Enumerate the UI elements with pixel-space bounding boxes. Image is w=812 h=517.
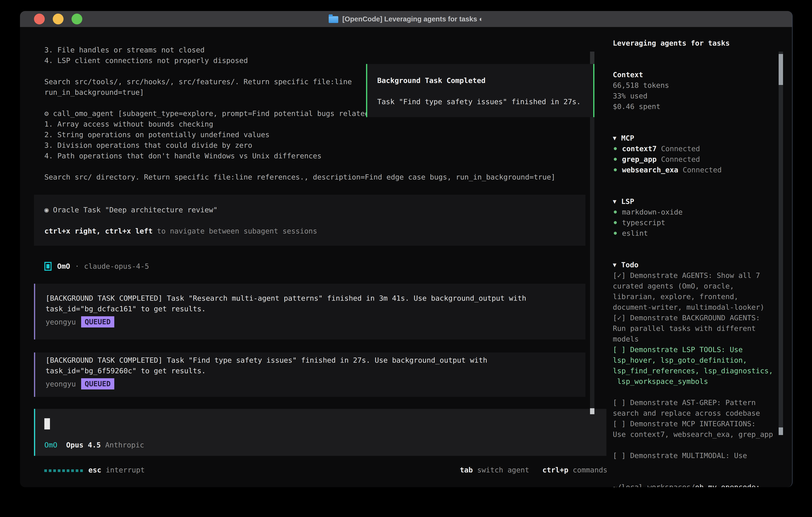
context-spent: $0.46 spent — [613, 101, 792, 112]
toast-notification: Background Task Completed Task "Find typ… — [366, 64, 594, 117]
lsp-header-label: LSP — [621, 196, 634, 207]
todo-line: lsp_workspace_symbols — [613, 376, 792, 387]
lsp-item: eslint — [613, 228, 792, 239]
todo-scrollbar-thumb[interactable] — [779, 428, 783, 435]
workspace-path-prefix: ~/local-workspaces/ — [613, 482, 695, 487]
agent-header: OmO · claude-opus-4-5 — [34, 261, 607, 272]
background-task-message: [BACKGROUND TASK COMPLETED] Task "Find t… — [34, 352, 585, 397]
context-header: Context — [613, 70, 792, 80]
todo-line: [ ] Demonstrate MULTIMODAL: Use — [613, 450, 792, 461]
esc-action-label: interrupt — [106, 466, 145, 474]
task-message-line: [BACKGROUND TASK COMPLETED] Task "Find t… — [35, 355, 585, 365]
workspace-path: ~/local-workspaces/oh-my-opencode: — [613, 482, 792, 487]
mcp-status: Connected — [661, 154, 700, 165]
mcp-status: Connected — [683, 165, 722, 175]
task-user: yeongyu — [46, 380, 76, 388]
gear-icon: ⚙ — [45, 109, 49, 117]
task-user: yeongyu — [46, 318, 76, 326]
mcp-item: grep_appConnected — [613, 154, 792, 165]
task-message-line: task_id="bg_6f59260c" to get results. — [35, 365, 585, 376]
todo-line: Run parallel tasks with different — [613, 323, 792, 334]
task-message-line: task_id="bg_dcfac161" to get results. — [35, 303, 585, 314]
minimize-button[interactable] — [53, 13, 63, 24]
agent-name: OmO — [57, 262, 70, 270]
oracle-hint-text: to navigate between subagent sessions — [153, 227, 317, 235]
todo-line: Use context7, websearch_exa, grep_app — [613, 429, 792, 440]
status-dot-icon — [614, 147, 617, 150]
input-agent-name: OmO — [45, 441, 57, 449]
ctrlp-action-label: commands — [573, 466, 607, 474]
todo-line: models — [613, 334, 792, 344]
status-dot-icon — [614, 168, 617, 171]
sidebar-scrollbar-track[interactable] — [779, 52, 783, 435]
todo-line: lsp_find_references, lsp_diagnostics, — [613, 365, 792, 376]
status-dot-icon — [614, 232, 617, 235]
toast-title: Background Task Completed — [377, 75, 593, 86]
lsp-name: typescript — [622, 217, 665, 228]
lsp-section-header[interactable]: ▼LSP — [613, 196, 792, 207]
lsp-item: typescript — [613, 217, 792, 228]
agent-model: claude-opus-4-5 — [84, 262, 149, 270]
task-meta-row: yeongyu QUEUED — [35, 316, 585, 328]
status-badge: QUEUED — [81, 378, 114, 389]
lsp-name: markdown-oxide — [622, 207, 683, 217]
task-meta-row: yeongyu QUEUED — [35, 378, 585, 390]
tool-call-item: 1. Array access without bounds checking — [34, 119, 607, 129]
agent-separator: · — [75, 262, 79, 270]
status-dot-icon — [614, 211, 617, 214]
todo-line: [✓] Demonstrate AGENTS: Show all 7 — [613, 270, 792, 281]
window-title: [OpenCode] Leveraging agents for tasks ◐ — [342, 15, 483, 23]
context-used: 33% used — [613, 90, 792, 101]
title-bar: [OpenCode] Leveraging agents for tasks ◐ — [20, 11, 792, 27]
todo-line: curated agents (OmO, oracle, — [613, 281, 792, 291]
status-dot-icon — [614, 158, 617, 161]
ctrlp-key-hint: ctrl+p — [543, 466, 569, 474]
tool-call-item: 4. Path operations that don't handle Win… — [34, 151, 607, 161]
main-scrollbar-thumb[interactable] — [590, 408, 594, 414]
tab-key-hint: tab — [460, 466, 473, 474]
session-sidebar: Leveraging agents for tasks Context 66,5… — [607, 27, 792, 487]
history-line: 3. File handles or streams not closed — [34, 45, 607, 55]
folder-icon — [329, 16, 338, 23]
todo-line: document-writer, multimodal-looker) — [613, 302, 792, 312]
sidebar-scrollbar-thumb[interactable] — [779, 54, 783, 85]
window-body: 3. File handles or streams not closed 4.… — [20, 27, 792, 487]
background-task-message: [BACKGROUND TASK COMPLETED] Task "Resear… — [34, 284, 585, 339]
prompt-input[interactable]: OmO Opus 4.5 Anthropic — [34, 409, 606, 456]
esc-key-hint: esc — [88, 466, 101, 474]
input-model-name: Opus 4.5 — [66, 441, 101, 449]
task-message-line: [BACKGROUND TASK COMPLETED] Task "Resear… — [35, 293, 585, 303]
todo-line: [✓] Demonstrate BACKGROUND AGENTS: — [613, 312, 792, 323]
mcp-header-label: MCP — [621, 133, 634, 143]
oracle-hint-keys: ctrl+x right, ctrl+x left — [45, 227, 153, 235]
oracle-task-panel: ◉ Oracle Task "Deep architecture review"… — [34, 195, 585, 246]
close-button[interactable] — [34, 13, 45, 24]
oracle-title-line: ◉ Oracle Task "Deep architecture review" — [34, 205, 585, 215]
window-title-group: [OpenCode] Leveraging agents for tasks ◐ — [329, 15, 483, 23]
todo-line: lsp_hover, lsp_goto_definition, — [613, 355, 792, 365]
oracle-hint-line: ctrl+x right, ctrl+x left to navigate be… — [34, 226, 585, 236]
todo-header-label: Todo — [621, 260, 639, 270]
status-dot-icon — [614, 221, 617, 224]
mcp-item: websearch_exaConnected — [613, 165, 792, 175]
context-tokens: 66,518 tokens — [613, 80, 792, 90]
spinner-dots-icon: ▪▪▪▪▪▪▪▪▪ — [34, 466, 84, 474]
lsp-name: eslint — [622, 228, 648, 239]
todo-section-header[interactable]: ▼Todo — [613, 260, 792, 270]
workspace-repo-name: oh-my-opencode: — [695, 482, 760, 487]
collapse-triangle-icon: ▼ — [613, 133, 616, 143]
status-badge: QUEUED — [81, 316, 114, 327]
desktop: [OpenCode] Leveraging agents for tasks ◐… — [0, 0, 812, 517]
mcp-section-header[interactable]: ▼MCP — [613, 133, 792, 143]
mcp-name: grep_app — [622, 154, 657, 165]
mcp-name: context7 — [622, 143, 657, 154]
zoom-button[interactable] — [71, 13, 82, 24]
tab-action-label: switch agent — [477, 466, 529, 474]
todo-line: [ ] Demonstrate MCP INTEGRATIONS: — [613, 418, 792, 429]
main-scrollbar-segment[interactable] — [590, 52, 594, 64]
tool-call-item: 3. Division operations that could divide… — [34, 140, 607, 151]
terminal-window: [OpenCode] Leveraging agents for tasks ◐… — [20, 11, 793, 487]
agent-omo-icon — [45, 262, 52, 271]
session-title: Leveraging agents for tasks — [613, 38, 792, 48]
todo-line: [ ] Demonstrate AST-GREP: Pattern — [613, 397, 792, 408]
